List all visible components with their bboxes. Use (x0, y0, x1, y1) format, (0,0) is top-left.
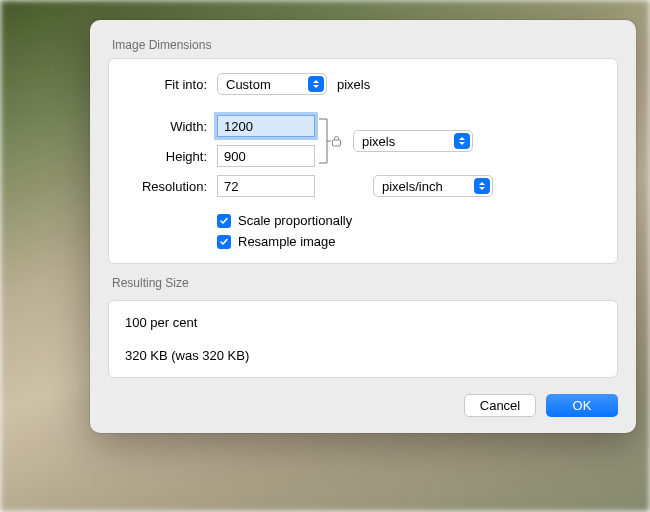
height-label: Height: (125, 149, 217, 164)
resulting-size-label: Resulting Size (108, 276, 618, 290)
ok-button[interactable]: OK (546, 394, 618, 417)
width-height-group: Width: Height: (125, 115, 601, 167)
cancel-button[interactable]: Cancel (464, 394, 536, 417)
fit-into-label: Fit into: (125, 77, 217, 92)
width-height-unit-select[interactable]: pixels (353, 130, 473, 152)
resolution-unit-value: pixels/inch (382, 179, 443, 194)
scale-proportionally-label: Scale proportionally (238, 213, 352, 228)
height-input[interactable] (217, 145, 315, 167)
resolution-unit-select[interactable]: pixels/inch (373, 175, 493, 197)
image-dimensions-label: Image Dimensions (108, 38, 618, 52)
width-label: Width: (125, 119, 217, 134)
width-input[interactable] (217, 115, 315, 137)
dropdown-arrows-icon (474, 178, 490, 194)
fit-into-select[interactable]: Custom (217, 73, 327, 95)
resample-image-label: Resample image (238, 234, 336, 249)
svg-rect-0 (332, 140, 340, 146)
fit-into-value: Custom (226, 77, 271, 92)
dropdown-arrows-icon (454, 133, 470, 149)
dialog-buttons: Cancel OK (108, 394, 618, 417)
resolution-label: Resolution: (125, 179, 217, 194)
lock-icon[interactable] (329, 134, 343, 148)
link-bracket (317, 115, 333, 167)
fit-into-row: Fit into: Custom pixels (125, 73, 601, 95)
resize-dialog: Image Dimensions Fit into: Custom pixels… (90, 20, 636, 433)
scale-proportionally-row: Scale proportionally (125, 213, 601, 228)
image-dimensions-box: Fit into: Custom pixels Width: Height: (108, 58, 618, 264)
resample-image-checkbox[interactable] (217, 235, 231, 249)
resample-image-row: Resample image (125, 234, 601, 249)
resolution-row: Resolution: pixels/inch (125, 175, 601, 197)
dropdown-arrows-icon (308, 76, 324, 92)
scale-proportionally-checkbox[interactable] (217, 214, 231, 228)
width-height-unit-value: pixels (362, 134, 395, 149)
resulting-filesize: 320 KB (was 320 KB) (125, 348, 601, 363)
resulting-percent: 100 per cent (125, 315, 601, 330)
fit-into-unit: pixels (327, 77, 370, 92)
resolution-input[interactable] (217, 175, 315, 197)
resulting-size-box: 100 per cent 320 KB (was 320 KB) (108, 300, 618, 378)
